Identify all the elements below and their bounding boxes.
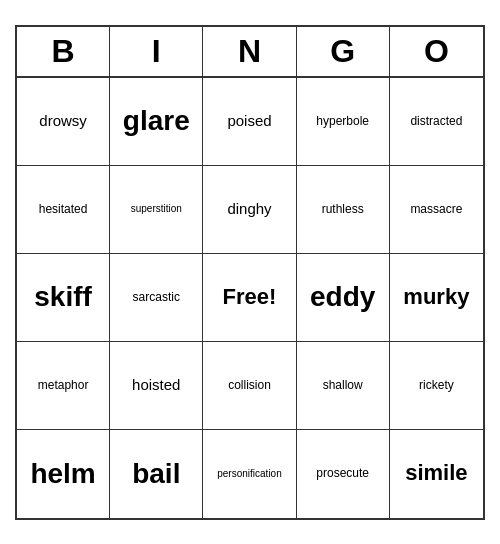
cell-text: superstition [131, 203, 182, 215]
bingo-cell[interactable]: Free! [203, 254, 296, 342]
header-letter: N [203, 27, 296, 76]
bingo-cell[interactable]: personification [203, 430, 296, 518]
bingo-cell[interactable]: hoisted [110, 342, 203, 430]
cell-text: rickety [419, 378, 454, 392]
cell-text: dinghy [227, 200, 271, 218]
bingo-cell[interactable]: rickety [390, 342, 483, 430]
bingo-cell[interactable]: distracted [390, 78, 483, 166]
bingo-cell[interactable]: poised [203, 78, 296, 166]
header-letter: G [297, 27, 390, 76]
cell-text: sarcastic [133, 290, 180, 304]
bingo-cell[interactable]: prosecute [297, 430, 390, 518]
bingo-cell[interactable]: dinghy [203, 166, 296, 254]
cell-text: ruthless [322, 202, 364, 216]
cell-text: eddy [310, 280, 375, 314]
bingo-cell[interactable]: glare [110, 78, 203, 166]
cell-text: personification [217, 468, 281, 480]
bingo-cell[interactable]: massacre [390, 166, 483, 254]
header-letter: B [17, 27, 110, 76]
header-letter: I [110, 27, 203, 76]
cell-text: massacre [410, 202, 462, 216]
bingo-cell[interactable]: drowsy [17, 78, 110, 166]
bingo-cell[interactable]: shallow [297, 342, 390, 430]
cell-text: collision [228, 378, 271, 392]
bingo-cell[interactable]: hyperbole [297, 78, 390, 166]
cell-text: simile [405, 460, 467, 486]
cell-text: distracted [410, 114, 462, 128]
bingo-cell[interactable]: simile [390, 430, 483, 518]
bingo-cell[interactable]: collision [203, 342, 296, 430]
cell-text: poised [227, 112, 271, 130]
bingo-cell[interactable]: helm [17, 430, 110, 518]
bingo-cell[interactable]: skiff [17, 254, 110, 342]
bingo-cell[interactable]: bail [110, 430, 203, 518]
cell-text: shallow [323, 378, 363, 392]
bingo-grid: drowsyglarepoisedhyperboledistractedhesi… [17, 78, 483, 518]
bingo-card: BINGO drowsyglarepoisedhyperboledistract… [15, 25, 485, 520]
cell-text: skiff [34, 280, 92, 314]
bingo-cell[interactable]: metaphor [17, 342, 110, 430]
cell-text: hoisted [132, 376, 180, 394]
cell-text: prosecute [316, 466, 369, 480]
cell-text: Free! [223, 284, 277, 310]
bingo-header: BINGO [17, 27, 483, 78]
bingo-cell[interactable]: superstition [110, 166, 203, 254]
bingo-cell[interactable]: sarcastic [110, 254, 203, 342]
cell-text: hyperbole [316, 114, 369, 128]
bingo-cell[interactable]: murky [390, 254, 483, 342]
cell-text: bail [132, 457, 180, 491]
cell-text: murky [403, 284, 469, 310]
cell-text: hesitated [39, 202, 88, 216]
bingo-cell[interactable]: eddy [297, 254, 390, 342]
header-letter: O [390, 27, 483, 76]
cell-text: metaphor [38, 378, 89, 392]
bingo-cell[interactable]: hesitated [17, 166, 110, 254]
bingo-cell[interactable]: ruthless [297, 166, 390, 254]
cell-text: drowsy [39, 112, 87, 130]
cell-text: helm [30, 457, 95, 491]
cell-text: glare [123, 104, 190, 138]
